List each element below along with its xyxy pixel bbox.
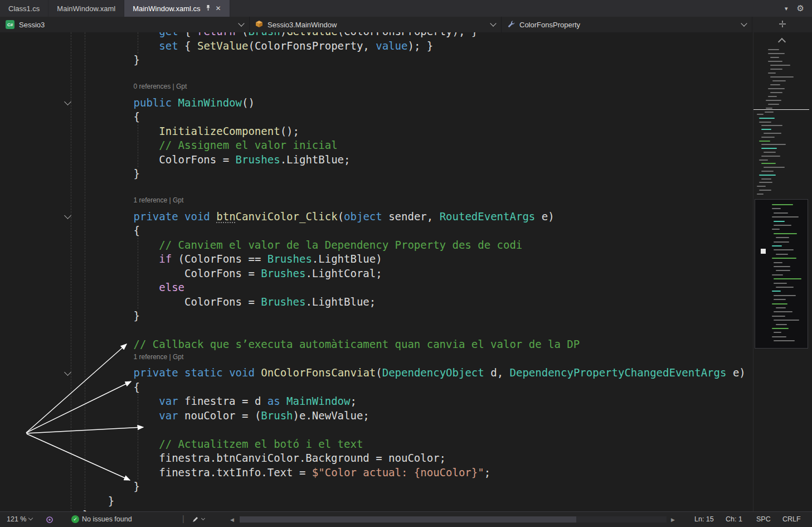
- code-line[interactable]: get { return (Brush)GetValue(ColorFonsPr…: [82, 32, 746, 39]
- minimap-line: [759, 118, 775, 119]
- code-line[interactable]: }: [82, 309, 746, 323]
- fold-collapse-icon[interactable]: [64, 212, 71, 219]
- close-icon[interactable]: ✕: [216, 5, 221, 12]
- code-token: [280, 395, 286, 407]
- minimap-line: [774, 266, 790, 267]
- line-indicator[interactable]: Ln: 15: [694, 515, 714, 523]
- scroll-right-icon[interactable]: ▶: [671, 517, 675, 523]
- minimap-line: [774, 225, 791, 226]
- document-list-chevron-icon[interactable]: ▾: [785, 5, 788, 12]
- code-token: ColorFons =: [82, 267, 261, 279]
- tab-class1-cs[interactable]: Class1.cs: [0, 0, 48, 17]
- code-line[interactable]: InitializeComponent();: [82, 124, 746, 139]
- code-line[interactable]: set { SetValue(ColorFonsProperty, value)…: [82, 39, 746, 54]
- code-line[interactable]: finestra.txtInfo.Text = $"Color actual: …: [82, 466, 746, 480]
- code-token: Brush: [261, 409, 293, 422]
- code-line[interactable]: if (ColorFons == Brushes.LightBlue): [82, 252, 746, 267]
- code-line[interactable]: // Actualitzem el botó i el text: [82, 437, 746, 452]
- code-token: private: [134, 366, 178, 379]
- project-dropdown[interactable]: C# Sessio3: [0, 17, 250, 32]
- code-line[interactable]: // Assignem el valor inicial: [82, 138, 746, 153]
- code-token: set: [159, 40, 178, 52]
- pin-icon[interactable]: [205, 4, 211, 13]
- code-line[interactable]: ColorFons = Brushes.LightBlue;: [82, 153, 746, 167]
- member-dropdown[interactable]: ColorFonsProperty: [502, 17, 752, 32]
- pen-icon[interactable]: [192, 516, 205, 523]
- code-token: [82, 139, 159, 151]
- code-line[interactable]: [82, 323, 746, 338]
- code-line[interactable]: var finestra = d as MainWindow;: [82, 394, 746, 409]
- gear-icon[interactable]: ⚙: [797, 3, 804, 13]
- code-line[interactable]: }: [82, 480, 746, 494]
- scroll-left-icon[interactable]: ◀: [230, 517, 234, 523]
- fold-collapse-icon[interactable]: [64, 369, 71, 376]
- tab-mainwindow-xaml-cs[interactable]: MainWindow.xaml.cs ✕: [124, 0, 230, 17]
- code-line[interactable]: }: [82, 494, 746, 509]
- code-line[interactable]: finestra.btnCanviColor.Background = nouC…: [82, 451, 746, 466]
- minimap-divider: [753, 109, 809, 110]
- minimap-viewport-box[interactable]: [755, 199, 808, 349]
- minimap-line: [772, 208, 781, 209]
- code-line[interactable]: ColorFons = Brushes.LightBlue;: [82, 295, 746, 310]
- codelens-indicator[interactable]: 1 reference | Gpt: [134, 350, 184, 365]
- code-token: e): [535, 210, 554, 223]
- code-token: $"Color actual: {nouColor}": [312, 466, 484, 478]
- column-indicator[interactable]: Ch: 1: [726, 515, 742, 523]
- code-line[interactable]: {: [82, 224, 746, 238]
- code-token: (ColorFonsProperty,: [248, 40, 376, 52]
- code-token: [82, 210, 134, 223]
- code-line[interactable]: // Canviem el valor de la Dependency Pro…: [82, 238, 746, 253]
- code-token: InitializeComponent: [159, 125, 280, 137]
- code-token: finestra.txtInfo.Text =: [82, 466, 312, 478]
- code-line[interactable]: }: [82, 53, 746, 67]
- code-token: public: [134, 96, 172, 109]
- indent-mode-indicator[interactable]: SPC: [756, 515, 771, 523]
- accessibility-icon[interactable]: [46, 516, 54, 524]
- minimap-line: [761, 144, 786, 145]
- scrollbar-thumb[interactable]: [240, 516, 576, 523]
- minimap-line: [774, 332, 781, 333]
- code-line[interactable]: else: [82, 281, 746, 295]
- codelens-indicator[interactable]: 1 reference | Gpt: [134, 194, 184, 208]
- split-editor-icon[interactable]: [778, 20, 787, 30]
- code-token: var: [159, 395, 178, 407]
- code-token: e): [726, 366, 745, 379]
- property-icon: [507, 20, 515, 30]
- fold-collapse-icon[interactable]: [64, 98, 71, 105]
- code-token: as: [268, 395, 280, 407]
- code-line[interactable]: 0 references | Gpt: [82, 81, 746, 96]
- tab-mainwindow-xaml[interactable]: MainWindow.xaml: [48, 0, 124, 17]
- eol-indicator[interactable]: CRLF: [782, 515, 801, 523]
- code-line[interactable]: 1 reference | Gpt: [82, 195, 746, 210]
- code-line[interactable]: [82, 423, 746, 437]
- code-token: SetValue: [197, 40, 249, 52]
- minimap[interactable]: [753, 32, 812, 512]
- code-token: OnColorFonsCanviat: [261, 366, 376, 379]
- scroll-up-icon[interactable]: [778, 38, 786, 46]
- code-editor[interactable]: get { return (Brush)GetValue(ColorFonsPr…: [0, 32, 812, 512]
- codelens-indicator[interactable]: 0 references | Gpt: [134, 80, 187, 94]
- code-line[interactable]: var nouColor = (Brush)e.NewValue;: [82, 409, 746, 423]
- zoom-dropdown[interactable]: 121 %: [7, 515, 32, 523]
- horizontal-scrollbar[interactable]: [240, 516, 667, 523]
- type-dropdown[interactable]: Sessio3.MainWindow: [250, 17, 502, 32]
- minimap-line: [764, 133, 781, 134]
- code-token: else: [159, 281, 184, 293]
- code-token: GetValue: [286, 32, 338, 37]
- code-line[interactable]: public MainWindow(): [82, 96, 746, 110]
- minimap-line: [761, 125, 782, 126]
- code-line[interactable]: {: [82, 110, 746, 124]
- code-token: ColorFons =: [82, 153, 236, 166]
- code-line[interactable]: 1 reference | Gpt: [82, 352, 746, 366]
- code-line[interactable]: {: [82, 380, 746, 395]
- code-line[interactable]: ColorFons = Brushes.LightCoral;: [82, 267, 746, 281]
- minimap-line: [774, 212, 788, 214]
- code-line[interactable]: }: [82, 167, 746, 181]
- code-line[interactable]: private void btnCanviColor_Click(object …: [82, 210, 746, 224]
- minimap-line: [776, 287, 794, 288]
- code-line[interactable]: private static void OnColorFonsCanviat(D…: [82, 366, 746, 380]
- code-token: if: [159, 253, 172, 265]
- issues-status[interactable]: ✓ No issues found: [71, 515, 132, 523]
- code-token: [82, 239, 159, 251]
- minimap-line: [759, 182, 772, 183]
